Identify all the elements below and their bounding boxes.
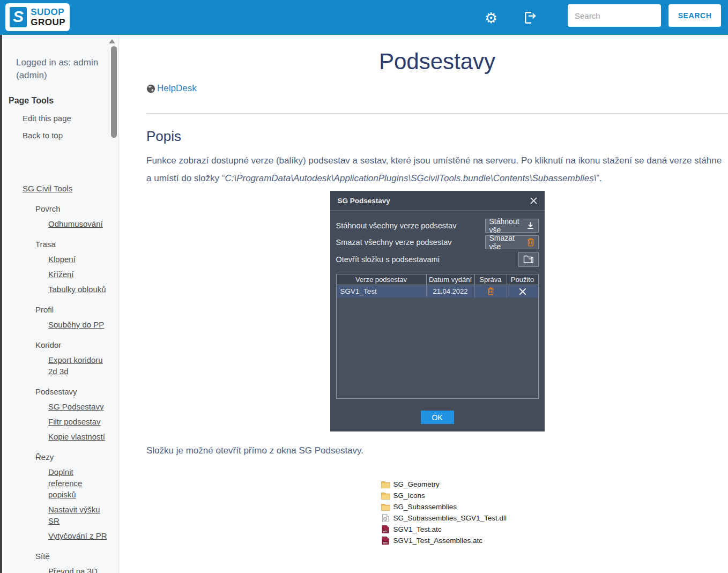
top-header: S SUDOP GROUP ⚙ SEARCH (0, 0, 728, 35)
list-item: ATC SGV1_Test_Assemblies.atc (381, 535, 494, 546)
page-title: Podsestavy (146, 49, 728, 75)
folder-icon (381, 481, 390, 488)
sidebar-item-sg-podsestavy[interactable]: SG Podsestavy (48, 401, 108, 412)
popis-heading: Popis (146, 128, 728, 145)
sidebar-item-doplnit-reference[interactable]: Doplnit reference popisků (48, 466, 108, 500)
search-button[interactable]: SEARCH (668, 4, 721, 27)
sidebar-group-podsestavy: Podsestavy (35, 386, 118, 397)
sidebar-item-vytycovani-z-pr[interactable]: Vytyčování z PR (48, 530, 108, 541)
list-item: SG_Subassemblies_SGV1_Test.dll (381, 512, 494, 524)
sidebar-item-krizeni[interactable]: Křížení (48, 269, 108, 280)
sg-podsestavy-dialog-screenshot: SG Podsestavy Stáhnout všechny verze pod… (330, 191, 545, 431)
download-icon (526, 221, 534, 229)
file-listing-screenshot: SG_Geometry SG_Icons SG_Subassemblies SG… (381, 479, 494, 546)
scrollbar-up-arrow[interactable] (109, 39, 115, 43)
sidebar-group-site: Sítě (35, 550, 118, 562)
logo-text: SUDOP GROUP (31, 8, 65, 27)
list-item: SG_Geometry (381, 479, 494, 490)
sudop-group-logo[interactable]: S SUDOP GROUP (5, 3, 70, 31)
scrollbar-thumb[interactable] (111, 46, 117, 138)
sidebar-item-export-koridoru[interactable]: Export koridoru 2d 3d (48, 354, 108, 377)
sidebar: Logged in as: admin (admin) Page Tools E… (0, 35, 119, 573)
edit-this-page-link[interactable]: Edit this page (23, 114, 118, 123)
divider (146, 113, 728, 114)
helpdesk-row: HelpDesk (146, 83, 728, 94)
versions-table: Verze podsestav Datum vydání Správa Použ… (336, 274, 539, 399)
delete-all-row: Smazat všechny verze podsestav Smazat vš… (336, 235, 539, 249)
download-all-button: Stáhnout vše (485, 219, 539, 233)
atc-file-icon: ATC (381, 537, 390, 545)
close-icon (530, 197, 537, 204)
dll-file-icon (381, 514, 390, 522)
page-tools-heading: Page Tools (9, 96, 118, 106)
dialog-footer: OK (336, 411, 539, 428)
logo-s-icon: S (10, 7, 27, 27)
row-used-x-icon (507, 285, 538, 297)
sidebar-item-soubehy-do-pp[interactable]: Souběhy do PP (48, 319, 108, 330)
svg-text:ATC: ATC (383, 530, 388, 533)
sidebar-nav: SG Civil Tools Povrch Odhumusování Trasa… (0, 183, 118, 573)
delete-all-button: Smazat vše (485, 235, 539, 249)
logged-in-status: Logged in as: admin (admin) (16, 56, 99, 82)
list-item: SG_Subassemblies (381, 501, 494, 512)
sidebar-item-klopeni[interactable]: Klopení (48, 254, 108, 265)
back-to-top-link[interactable]: Back to top (23, 131, 118, 140)
search-input[interactable] (568, 4, 661, 27)
sidebar-group-koridor: Koridor (35, 339, 118, 351)
trash-icon (527, 238, 534, 247)
open-folder-button (518, 252, 539, 267)
sidebar-item-nastavit-vysku-sr[interactable]: Nastavit výšku SR (48, 504, 108, 526)
open-folder-row: Otevřít složku s podsestavami (336, 251, 539, 267)
dialog-title: SG Podsestavy (338, 197, 390, 205)
atc-file-icon: ATC (381, 525, 390, 533)
sidebar-left-strip (0, 35, 2, 573)
sidebar-item-sg-civil-tools[interactable]: SG Civil Tools (23, 183, 118, 194)
sidebar-group-povrch: Povrch (35, 203, 118, 214)
sidebar-item-tabulky-oblouku[interactable]: Tabulky oblouků (48, 284, 108, 295)
folder-note-paragraph: Složku je možné otevřít přímo z okna SG … (146, 445, 728, 456)
dialog-titlebar: SG Podsestavy (330, 191, 545, 211)
open-folder-icon (523, 255, 534, 264)
sidebar-group-profil: Profil (35, 304, 118, 315)
description-paragraph: Funkce zobrazí dostupné verze (balíky) p… (146, 152, 728, 187)
settings-gear-icon[interactable]: ⚙ (483, 10, 499, 26)
svg-text:ATC: ATC (383, 541, 388, 544)
list-item: ATC SGV1_Test.atc (381, 524, 494, 535)
download-all-row: Stáhnout všechny verze podsestav Stáhnou… (336, 218, 539, 233)
sidebar-item-kopie-vlastnosti[interactable]: Kopie vlastností (48, 431, 108, 442)
sidebar-item-filtr-podsestav[interactable]: Filtr podsestav (48, 416, 108, 427)
sidebar-group-rezy: Řezy (35, 451, 118, 463)
folder-icon (381, 492, 390, 500)
ok-button: OK (421, 411, 454, 424)
logout-icon[interactable] (522, 10, 538, 26)
table-header-row: Verze podsestav Datum vydání Správa Použ… (337, 274, 538, 285)
main-content: Podsestavy HelpDesk Popis Funkce zobrazí… (119, 35, 728, 573)
helpdesk-link[interactable]: HelpDesk (157, 83, 197, 94)
dialog-body: Stáhnout všechny verze podsestav Stáhnou… (330, 211, 545, 431)
row-trash-icon (475, 285, 507, 297)
install-path: C:\ProgramData\Autodesk\ApplicationPlugi… (225, 173, 596, 183)
sidebar-item-odhumusovani[interactable]: Odhumusování (48, 218, 108, 229)
globe-icon (146, 84, 155, 93)
table-row: SGV1_Test 21.04.2022 (337, 285, 538, 297)
folder-icon (381, 503, 390, 511)
list-item: SG_Icons (381, 490, 494, 501)
sidebar-group-trasa: Trasa (35, 239, 118, 250)
sidebar-item-prevod-na-3d-site[interactable]: Převod na 3D sítě (48, 565, 108, 573)
